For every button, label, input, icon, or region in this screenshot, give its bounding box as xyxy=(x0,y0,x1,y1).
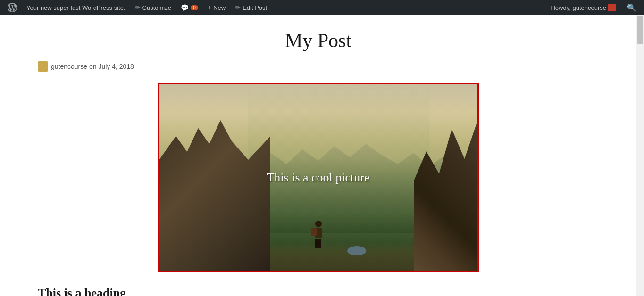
author-avatar xyxy=(38,61,48,72)
post-title: My Post xyxy=(38,29,599,52)
scrollbar[interactable] xyxy=(636,15,644,296)
admin-bar: Your new super fast WordPress site. ✏ Cu… xyxy=(0,0,644,15)
comments-button[interactable]: 💬 0 xyxy=(177,0,202,15)
hiker xyxy=(309,206,328,248)
edit-post-label: Edit Post xyxy=(243,4,267,11)
hiker-leg-left xyxy=(315,239,318,248)
hiker-body xyxy=(315,221,322,248)
wordpress-icon xyxy=(8,3,17,12)
post-heading: This is a heading xyxy=(38,286,599,296)
admin-bar-right: Howdy, gutencourse 🔍 xyxy=(547,0,640,15)
customize-icon: ✏ xyxy=(135,4,141,11)
hiker-head xyxy=(315,221,322,227)
cover-image-block[interactable]: This is a cool picture xyxy=(158,83,479,272)
scrollbar-thumb[interactable] xyxy=(637,16,643,44)
new-icon: + xyxy=(208,4,211,11)
admin-bar-left: Your new super fast WordPress site. ✏ Cu… xyxy=(4,0,547,15)
main-content: My Post gutencourse on July 4, 2018 xyxy=(0,15,636,296)
customize-button[interactable]: ✏ Customize xyxy=(131,0,175,15)
site-name-button[interactable]: Your new super fast WordPress site. xyxy=(23,0,129,15)
page-wrapper: My Post gutencourse on July 4, 2018 xyxy=(0,15,644,296)
hiker-legs xyxy=(315,239,322,248)
howdy-label: Howdy, gutencourse xyxy=(551,4,606,11)
customize-label: Customize xyxy=(142,4,171,11)
site-name-label: Your new super fast WordPress site. xyxy=(26,4,125,11)
wp-logo-button[interactable] xyxy=(4,0,21,15)
edit-icon: ✏ xyxy=(235,4,241,11)
post-meta: gutencourse on July 4, 2018 xyxy=(38,61,599,72)
new-label: New xyxy=(213,4,226,11)
user-menu-button[interactable]: Howdy, gutencourse xyxy=(547,0,619,15)
post-meta-text: gutencourse on July 4, 2018 xyxy=(51,63,134,70)
edit-post-button[interactable]: ✏ Edit Post xyxy=(231,0,271,15)
comments-icon: 💬 xyxy=(181,4,189,11)
user-avatar xyxy=(608,4,616,11)
hiker-torso xyxy=(315,228,322,238)
comments-count: 0 xyxy=(191,5,198,10)
hiker-backpack xyxy=(311,228,317,236)
search-button[interactable]: 🔍 xyxy=(623,3,640,12)
cover-image: This is a cool picture xyxy=(159,84,477,271)
hiker-leg-right xyxy=(318,239,321,248)
new-button[interactable]: + New xyxy=(204,0,229,15)
cover-caption: This is a cool picture xyxy=(159,171,477,185)
